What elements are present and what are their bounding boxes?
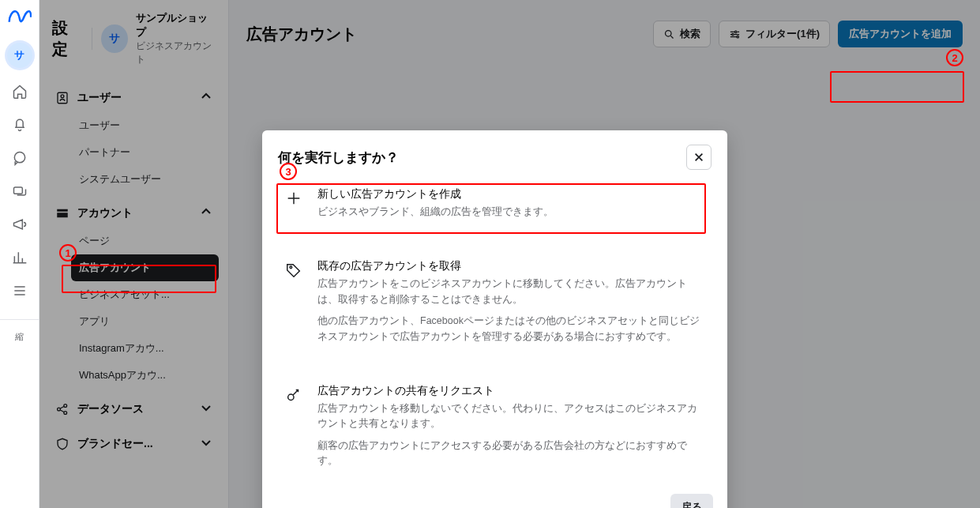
nav-rail: サ 縮 [0,0,39,508]
dialog-option-desc: ビジネスやブランド、組織の広告を管理できます。 [317,205,554,220]
rail-collapse-label[interactable]: 縮 [0,319,39,343]
cards-icon[interactable] [10,182,29,201]
chat-icon[interactable] [10,149,29,167]
bell-icon[interactable] [10,115,29,134]
svg-point-14 [288,394,294,400]
dialog-option-desc: 広告アカウントをこのビジネスアカウントに移動してください。広告アカウントは、取得… [317,277,707,307]
dialog-option-create-new[interactable]: 新しい広告アカウントを作成 ビジネスやブランド、組織の広告を管理できます。 [278,178,712,229]
megaphone-icon[interactable] [10,215,29,234]
dialog-option-title: 既存の広告アカウントを取得 [317,259,707,273]
svg-point-0 [14,152,24,163]
business-avatar-small[interactable]: サ [7,43,32,68]
home-icon[interactable] [10,82,29,101]
svg-rect-1 [13,187,22,194]
dialog-option-desc: 広告アカウントを移動しないでください。代わりに、アクセスはこのビジネスアカウント… [317,401,707,432]
tag-icon [283,259,305,281]
dialog-option-title: 新しい広告アカウントを作成 [317,187,554,201]
dialog-option-title: 広告アカウントの共有をリクエスト [317,384,707,398]
dialog-title: 何を実行しますか？ [278,149,399,167]
menu-icon[interactable] [10,281,29,300]
close-icon [693,152,704,163]
dialog-option-desc: 他の広告アカウント、Facebookページまたはその他のビジネスアセットと同じビ… [317,314,707,344]
dialog-back-button[interactable]: 戻る [670,494,713,508]
add-ad-account-dialog: 何を実行しますか？ 新しい広告アカウントを作成 ビジネスやブランド、組織の広告を… [262,130,727,508]
chart-icon[interactable] [10,248,29,267]
dialog-close-button[interactable] [686,145,712,170]
svg-point-13 [290,266,292,269]
meta-logo-icon [8,5,32,28]
plus-icon [283,187,305,209]
key-icon [283,384,305,406]
dialog-option-request-share[interactable]: 広告アカウントの共有をリクエスト 広告アカウントを移動しないでください。代わりに… [278,374,712,479]
dialog-option-desc: 顧客の広告アカウントにアクセスする必要がある広告会社の方などにおすすめです。 [317,438,707,469]
dialog-option-claim-existing[interactable]: 既存の広告アカウントを取得 広告アカウントをこのビジネスアカウントに移動してくだ… [278,250,712,354]
